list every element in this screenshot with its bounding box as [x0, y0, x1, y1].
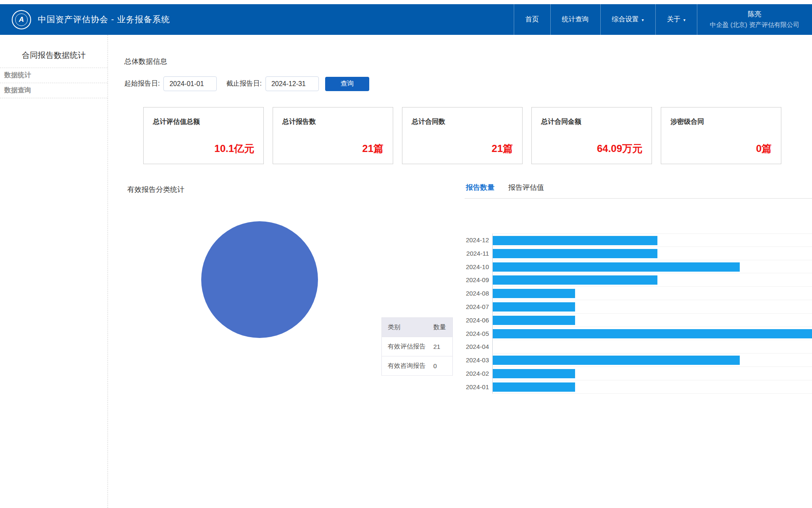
stat-card-total-reports: 总计报告数 21篇: [273, 107, 393, 164]
bar-row: 2024-06: [465, 314, 812, 327]
category-table: 类别 数量 有效评估报告 21 有效咨询报告 0: [381, 317, 453, 376]
table-header-category: 类别: [382, 318, 429, 337]
stat-value: 21篇: [491, 142, 513, 155]
stat-card-total-appraised-value: 总计评估值总额 10.1亿元: [143, 107, 264, 164]
user-name: 陈亮: [748, 10, 761, 19]
end-date-input[interactable]: [265, 76, 319, 91]
bar-category-label: 2024-10: [465, 260, 492, 274]
association-logo-icon: A: [12, 10, 31, 29]
bar: [493, 275, 657, 285]
bar-track: [492, 354, 812, 367]
bar-row: 2024-04: [465, 340, 812, 354]
bar-category-label: 2024-03: [465, 354, 492, 367]
tab-report-count[interactable]: 报告数量: [466, 183, 494, 192]
bar-row: 2024-05: [465, 327, 812, 340]
bar-row: 2024-11: [465, 247, 812, 260]
bar: [493, 262, 740, 272]
bar-category-label: 2024-09: [465, 273, 492, 287]
nav-item-about[interactable]: 关于 ▾: [655, 4, 697, 35]
tab-report-value[interactable]: 报告评估值: [508, 183, 544, 192]
top-strip: [0, 0, 812, 4]
bar-row: 2024-07: [465, 300, 812, 314]
nav-menu: 首页 统计查询 综合设置 ▾ 关于 ▾ 陈亮 中企盈 (北京) 资产评估有限公司: [514, 4, 812, 35]
end-date-label: 截止报告日:: [226, 79, 261, 88]
bar-row: 2024-02: [465, 367, 812, 380]
page-body: 合同报告数据统计 数据统计 数据查询 总体数据信息 起始报告日: 截止报告日: …: [0, 35, 812, 508]
stat-value: 10.1亿元: [214, 142, 254, 155]
bar-category-label: 2024-12: [465, 233, 492, 247]
bar-row: 2024-08: [465, 287, 812, 300]
sidebar-title: 合同报告数据统计: [0, 50, 108, 61]
query-button[interactable]: 查询: [325, 77, 369, 91]
bar-category-label: 2024-04: [465, 340, 492, 354]
table-row: 有效评估报告 21: [382, 337, 453, 356]
bar-row: 2024-03: [465, 354, 812, 367]
bar-track: [492, 367, 812, 380]
bar-track: [492, 260, 812, 274]
bar-row: 2024-09: [465, 273, 812, 287]
bar-track: [492, 327, 812, 340]
bar-row: 2024-12: [465, 233, 812, 247]
table-header-row: 类别 数量: [382, 318, 453, 337]
navbar: A 中国资产评估协会 - 业务报备系统 首页 统计查询 综合设置 ▾ 关于 ▾ …: [0, 4, 812, 35]
bar-category-label: 2024-08: [465, 287, 492, 300]
sidebar: 合同报告数据统计 数据统计 数据查询: [0, 35, 108, 508]
sidebar-item-data-statistics[interactable]: 数据统计: [0, 68, 108, 83]
bar-track: [492, 287, 812, 300]
date-filter-bar: 起始报告日: 截止报告日: 查询: [124, 76, 812, 91]
bar: [493, 289, 575, 298]
page-title: 总体数据信息: [124, 57, 812, 66]
bar-track: [492, 314, 812, 327]
table-header-count: 数量: [429, 318, 453, 337]
bar-category-label: 2024-05: [465, 327, 492, 340]
pie-section: 有效报告分类统计 类别 数量 有效评估报告 21: [124, 181, 465, 416]
lower-section: 有效报告分类统计 类别 数量 有效评估报告 21: [124, 181, 812, 416]
brand: A 中国资产评估协会 - 业务报备系统: [0, 10, 170, 29]
bar-chart-section: 报告数量 报告评估值 2024-122024-112024-102024-092…: [465, 181, 812, 416]
app-title: 中国资产评估协会 - 业务报备系统: [38, 14, 170, 25]
stat-cards: 总计评估值总额 10.1亿元 总计报告数 21篇 总计合同数 21篇 总计合同金…: [143, 107, 781, 164]
bar-category-label: 2024-06: [465, 314, 492, 327]
nav-item-settings[interactable]: 综合设置 ▾: [600, 4, 655, 35]
user-company: 中企盈 (北京) 资产评估有限公司: [710, 21, 799, 29]
table-row: 有效咨询报告 0: [382, 356, 453, 376]
bar: [493, 356, 740, 365]
sidebar-menu: 数据统计 数据查询: [0, 68, 108, 98]
bar-category-label: 2024-02: [465, 367, 492, 380]
bar-category-label: 2024-11: [465, 247, 492, 260]
start-date-input[interactable]: [163, 76, 217, 91]
bar: [493, 236, 657, 245]
bar-row: 2024-01: [465, 380, 812, 394]
start-date-label: 起始报告日:: [124, 79, 160, 88]
bar-track: [492, 247, 812, 260]
chevron-down-icon: ▾: [642, 18, 644, 22]
stat-card-total-contracts: 总计合同数 21篇: [402, 107, 523, 164]
bar-track: [492, 300, 812, 314]
stat-value: 64.09万元: [597, 142, 642, 155]
bar-row: 2024-10: [465, 260, 812, 274]
user-menu[interactable]: 陈亮 中企盈 (北京) 资产评估有限公司: [697, 4, 812, 35]
bar-track: [492, 273, 812, 287]
chevron-down-icon: ▾: [683, 18, 686, 22]
bar: [493, 329, 812, 338]
sidebar-item-data-query[interactable]: 数据查询: [0, 83, 108, 98]
bar-track: [492, 340, 812, 354]
nav-item-home[interactable]: 首页: [514, 4, 550, 35]
bar: [493, 302, 575, 312]
bar: [493, 382, 575, 392]
nav-item-statistics-query[interactable]: 统计查询: [550, 4, 600, 35]
pie-chart: [201, 221, 318, 338]
bar: [493, 249, 657, 258]
bar: [493, 369, 575, 378]
bar-category-label: 2024-07: [465, 300, 492, 314]
stat-value: 0篇: [756, 142, 772, 155]
bar: [493, 316, 575, 325]
tabs-underline: [465, 198, 812, 199]
stat-card-classified-contracts: 涉密级合同 0篇: [661, 107, 781, 164]
bar-track: [492, 380, 812, 394]
chart-tabs: 报告数量 报告评估值: [465, 181, 812, 194]
pie-section-title: 有效报告分类统计: [124, 181, 465, 194]
bar-category-label: 2024-01: [465, 380, 492, 394]
bar-track: [492, 233, 812, 247]
main-content: 总体数据信息 起始报告日: 截止报告日: 查询 总计评估值总额 10.1亿元 总…: [108, 35, 812, 508]
